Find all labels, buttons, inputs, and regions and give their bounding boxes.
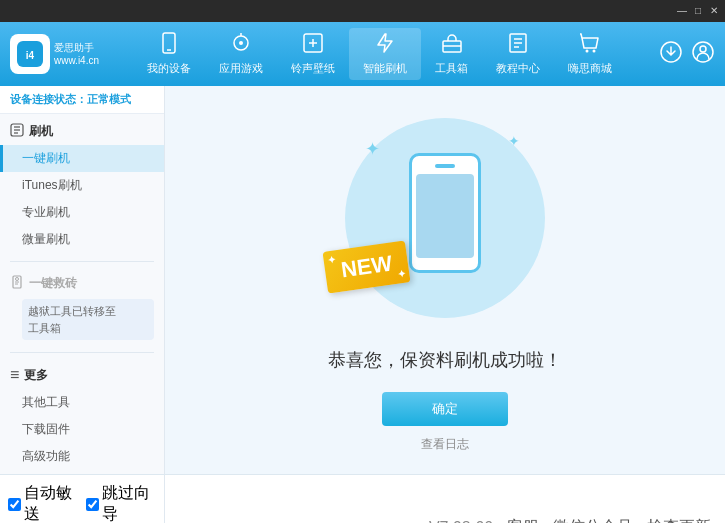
check-update-link[interactable]: 检查更新: [647, 517, 711, 523]
rescue-section-header: 一键救砖: [0, 270, 164, 297]
sidebar-item-one-key-flash[interactable]: 一键刷机: [0, 145, 164, 172]
flash-section-header: 刷机: [0, 118, 164, 145]
user-nav-button[interactable]: [691, 40, 715, 69]
svg-point-17: [593, 50, 596, 53]
ringtone-icon: [302, 32, 324, 59]
wechat-link[interactable]: 微信公众号: [553, 517, 633, 523]
bottom-links: V7.98.66 客服 微信公众号 检查更新: [429, 517, 711, 523]
sidebar-item-other-tools[interactable]: 其他工具: [0, 389, 164, 416]
svg-point-16: [586, 50, 589, 53]
skip-guide-checkbox[interactable]: 跳过向导: [86, 483, 156, 523]
auto-send-input[interactable]: [8, 498, 21, 511]
sidebar-item-pro-flash[interactable]: 专业刷机: [0, 199, 164, 226]
auto-send-checkbox[interactable]: 自动敏送: [8, 483, 78, 523]
smart-flash-icon: [374, 32, 396, 59]
logo-area: i4 爱思助手 www.i4.cn: [10, 34, 100, 74]
minimize-button[interactable]: —: [675, 4, 689, 18]
daily-log-link[interactable]: 查看日志: [421, 436, 469, 453]
more-icon: ≡: [10, 366, 19, 384]
flash-section-icon: [10, 123, 24, 140]
divider-1: [10, 261, 154, 262]
nav-item-tutorial[interactable]: 教程中心: [482, 28, 554, 80]
new-badge: NEW: [322, 240, 410, 293]
more-section: ≡ 更多 其他工具 下载固件 高级功能: [0, 357, 164, 474]
rescue-note: 越狱工具已转移至工具箱: [22, 299, 154, 340]
flash-section: 刷机 一键刷机 iTunes刷机 专业刷机 微量刷机: [0, 114, 164, 257]
bottom-right: 阻止iTunes运行 V7.98.66 客服 微信公众号 检查更新: [165, 475, 725, 523]
nav-right: [659, 40, 715, 69]
apps-icon: [230, 32, 252, 59]
skip-guide-input[interactable]: [86, 498, 99, 511]
maximize-button[interactable]: □: [691, 4, 705, 18]
sidebar-item-advanced[interactable]: 高级功能: [0, 443, 164, 470]
rescue-section: 一键救砖 越狱工具已转移至工具箱: [0, 266, 164, 348]
sidebar-item-itunes-flash[interactable]: iTunes刷机: [0, 172, 164, 199]
nav-item-apps-games[interactable]: 应用游戏: [205, 28, 277, 80]
success-message: 恭喜您，保资料刷机成功啦！: [328, 348, 562, 372]
logo-icon: i4: [10, 34, 50, 74]
rescue-icon: [10, 275, 24, 292]
svg-point-5: [239, 41, 243, 45]
nav-item-ringtones[interactable]: 铃声壁纸: [277, 28, 349, 80]
nav-item-toolbox[interactable]: 工具箱: [421, 28, 482, 80]
toolbox-icon: [441, 32, 463, 59]
sidebar-item-download-firmware[interactable]: 下载固件: [0, 416, 164, 443]
nav-item-smart-flash[interactable]: 智能刷机: [349, 28, 421, 80]
sidebar: 设备连接状态：正常模式 刷机 一键刷机: [0, 86, 165, 474]
device-icon: [158, 32, 180, 59]
version-text: V7.98.66: [429, 519, 493, 524]
nav-item-my-device[interactable]: 我的设备: [133, 28, 205, 80]
star-topleft-icon: ✦: [365, 138, 380, 160]
download-nav-button[interactable]: [659, 40, 683, 69]
svg-text:i4: i4: [26, 50, 35, 61]
svg-point-26: [16, 278, 19, 281]
svg-point-20: [700, 46, 706, 52]
nav-item-wei-mall[interactable]: 嗨思商城: [554, 28, 626, 80]
divider-2: [10, 352, 154, 353]
nav-items: 我的设备 应用游戏 铃声壁纸: [100, 28, 659, 80]
tutorial-icon: [507, 32, 529, 59]
bottom-bar: 自动敏送 跳过向导 iPhone 12 mini 64GB: [0, 474, 725, 523]
close-button[interactable]: ✕: [707, 4, 721, 18]
star-topright-icon: ✦: [508, 133, 520, 149]
bottom-left: 自动敏送 跳过向导 iPhone 12 mini 64GB: [0, 475, 165, 523]
logo-text: 爱思助手 www.i4.cn: [54, 41, 99, 67]
sidebar-item-micro-flash[interactable]: 微量刷机: [0, 226, 164, 253]
illustration: ✦ ✦ ✦ NEW: [335, 108, 555, 328]
phone-screen: [416, 174, 474, 258]
phone-shape: [409, 153, 481, 273]
main-content: ✦ ✦ ✦ NEW 恭喜您，保资料刷机成功啦！ 确定 查看日志: [165, 86, 725, 474]
confirm-button[interactable]: 确定: [382, 392, 508, 426]
customer-service-link[interactable]: 客服: [507, 517, 539, 523]
top-nav: i4 爱思助手 www.i4.cn 我的设备: [0, 22, 725, 86]
checkboxes-row: 自动敏送 跳过向导: [8, 479, 156, 523]
mall-icon: [579, 32, 601, 59]
more-section-header: ≡ 更多: [0, 361, 164, 389]
title-bar: — □ ✕: [0, 0, 725, 22]
connection-status: 设备连接状态：正常模式: [0, 86, 164, 114]
phone-circle: ✦ ✦ ✦ NEW: [345, 118, 545, 318]
